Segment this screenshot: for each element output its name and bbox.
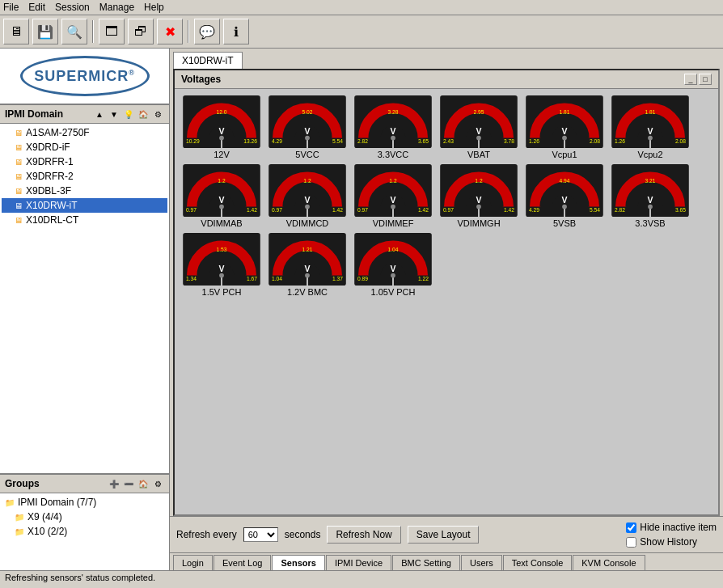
menu-manage[interactable]: Manage: [99, 2, 134, 13]
menu-session[interactable]: Session: [55, 2, 90, 13]
main-layout: SUPERMICR® IPMI Domain ▲ ▼ 💡 🏠 ⚙ 🖥A1SAM-…: [0, 49, 723, 570]
tab-kvm-console[interactable]: KVM Console: [573, 555, 645, 570]
tab-text-console[interactable]: Text Console: [503, 555, 573, 570]
svg-text:1.2: 1.2: [218, 178, 226, 184]
window2-button[interactable]: 🗗: [128, 19, 154, 44]
gauge-5vcc: 4.295.025.54V5VCC: [267, 95, 348, 159]
tabs-row: LoginEvent LogSensorsIPMI DeviceBMC Sett…: [170, 552, 723, 570]
group-gear-icon[interactable]: ⚙: [151, 477, 164, 490]
checkbox-area: Hide inactive item Show History: [626, 522, 717, 548]
gauge-vdimmab: 0.971.21.42VVDIMMAB: [181, 164, 262, 228]
svg-text:V: V: [218, 264, 224, 273]
svg-text:V: V: [561, 126, 567, 136]
svg-text:1.2: 1.2: [303, 178, 311, 184]
svg-text:1.26: 1.26: [529, 138, 539, 144]
svg-text:12.0: 12.0: [216, 109, 226, 115]
maximize-button[interactable]: □: [699, 74, 712, 85]
folder-icon: 🖥: [15, 216, 23, 225]
refresh-interval-select[interactable]: 60 30 120: [243, 527, 278, 542]
menu-edit[interactable]: Edit: [28, 2, 45, 13]
save-button[interactable]: 💾: [32, 19, 58, 44]
svg-text:1.34: 1.34: [186, 276, 197, 281]
tab-bmc-setting[interactable]: BMC Setting: [392, 555, 460, 570]
svg-text:V: V: [390, 195, 395, 205]
menu-help[interactable]: Help: [144, 2, 164, 13]
menu-file[interactable]: File: [3, 2, 19, 13]
svg-text:1.22: 1.22: [418, 276, 429, 281]
tree-item-label: X9DBL-3F: [26, 185, 71, 197]
tree-item-X9DRD-iF[interactable]: 🖥X9DRD-iF: [2, 140, 167, 154]
svg-point-37: [648, 136, 653, 141]
svg-text:V: V: [304, 195, 310, 205]
info-button[interactable]: ℹ: [223, 19, 249, 44]
show-history-checkbox[interactable]: [626, 537, 636, 548]
tree-item-A1SAM-2750F[interactable]: 🖥A1SAM-2750F: [2, 125, 167, 140]
search-button[interactable]: 🔍: [61, 19, 87, 44]
group-item-label: IPMI Domain (7/7): [18, 497, 96, 508]
gear-icon[interactable]: ⚙: [151, 108, 164, 121]
gauge-label: VDIMMEF: [373, 218, 414, 228]
group-home-icon[interactable]: 🏠: [137, 477, 150, 490]
group-item-label: X9 (4/4): [27, 511, 62, 522]
svg-text:2.82: 2.82: [357, 138, 368, 144]
svg-text:1.42: 1.42: [332, 207, 343, 213]
svg-text:3.28: 3.28: [387, 109, 398, 115]
refresh-now-button[interactable]: Refresh Now: [327, 526, 400, 544]
window1-button[interactable]: 🗖: [99, 19, 125, 44]
tab-users[interactable]: Users: [461, 555, 502, 570]
gauge-vdimmef: 0.971.21.42VVDIMMEF: [353, 164, 433, 228]
svg-point-58: [391, 205, 395, 209]
logo-area: SUPERMICR®: [0, 49, 169, 105]
svg-point-51: [305, 205, 310, 209]
tree-item-label: A1SAM-2750F: [26, 127, 90, 138]
folder-icon: 🖥: [15, 158, 23, 167]
tab-login[interactable]: Login: [173, 555, 213, 570]
gauge-label: 3.3VCC: [378, 150, 409, 159]
home-icon[interactable]: 🏠: [137, 108, 150, 121]
save-layout-button[interactable]: Save Layout: [408, 526, 480, 544]
tree-item-X9DRFR-2[interactable]: 🖥X9DRFR-2: [2, 169, 167, 184]
tree-item-X10DRL-CT[interactable]: 🖥X10DRL-CT: [2, 213, 167, 227]
remove-group-icon[interactable]: ➖: [122, 477, 135, 490]
tree-item-X9DRFR-1[interactable]: 🖥X9DRFR-1: [2, 154, 167, 169]
svg-point-79: [648, 205, 653, 209]
folder-icon: 🖥: [15, 143, 23, 152]
svg-text:1.21: 1.21: [302, 247, 312, 252]
svg-point-30: [562, 136, 567, 141]
seconds-label: seconds: [285, 529, 321, 540]
tree-item-X9DBL-3F[interactable]: 🖥X9DBL-3F: [2, 184, 167, 198]
svg-text:1.26: 1.26: [615, 138, 625, 144]
tree-item-X10DRW-iT[interactable]: 🖥X10DRW-iT: [2, 198, 167, 213]
ipmi-section: IPMI Domain ▲ ▼ 💡 🏠 ⚙ 🖥A1SAM-2750F🖥X9DRD…: [0, 105, 169, 473]
svg-text:V: V: [647, 126, 653, 136]
tab-sensors[interactable]: Sensors: [272, 555, 324, 570]
tab-ipmi-device[interactable]: IPMI Device: [326, 555, 391, 570]
minimize-button[interactable]: _: [684, 74, 697, 85]
svg-text:2.43: 2.43: [443, 138, 454, 144]
svg-text:1.42: 1.42: [418, 207, 429, 213]
hide-inactive-checkbox[interactable]: [626, 522, 636, 533]
svg-text:0.97: 0.97: [272, 207, 282, 213]
svg-text:1.04: 1.04: [272, 276, 282, 281]
group-item-X10-2-2-[interactable]: 📁X10 (2/2): [2, 524, 167, 539]
group-item-X9-4-4-[interactable]: 📁X9 (4/4): [2, 510, 167, 524]
tab-event-log[interactable]: Event Log: [214, 555, 272, 570]
gauge-1.5v-pch: 1.341.531.67V1.5V PCH: [181, 233, 262, 297]
down-icon[interactable]: ▼: [108, 108, 120, 121]
logo-text: SUPERMICR®: [34, 68, 135, 85]
svg-text:1.42: 1.42: [504, 207, 514, 213]
gauge-1.05v-pch: 0.891.041.22V1.05V PCH: [353, 233, 433, 297]
up-icon[interactable]: ▲: [93, 108, 106, 121]
group-item-IPMI-Domain-7-7-[interactable]: 📁IPMI Domain (7/7): [2, 495, 167, 510]
logo-ellipse: SUPERMICR®: [20, 56, 150, 96]
show-history-label: Show History: [640, 536, 697, 548]
message-button[interactable]: 💬: [194, 19, 220, 44]
light-icon[interactable]: 💡: [122, 108, 135, 121]
svg-point-93: [305, 273, 310, 278]
stop-button[interactable]: ✖: [157, 19, 183, 44]
new-button[interactable]: 🖥: [3, 19, 29, 44]
svg-point-65: [476, 205, 481, 209]
statusbar: Refreshing sensors' status completed.: [0, 570, 723, 585]
svg-text:V: V: [476, 195, 481, 205]
add-group-icon[interactable]: ➕: [108, 477, 120, 490]
